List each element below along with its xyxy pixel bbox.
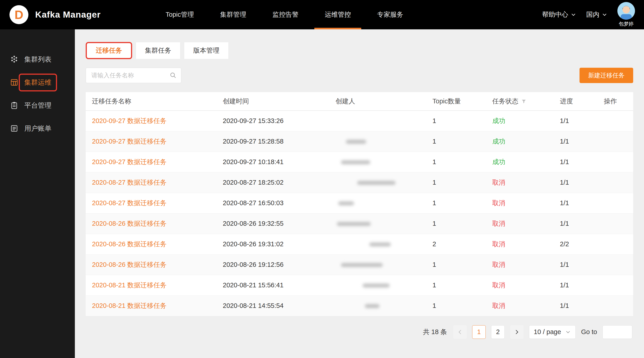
table-row: 2020-08-27 数据迁移任务 2020-08-27 16:50:03 1 … (86, 193, 633, 213)
task-name-link[interactable]: 2020-08-21 数据迁移任务 (86, 275, 216, 295)
status-text: 取消 (486, 193, 554, 213)
redacted-creator (341, 160, 370, 164)
task-name-link[interactable]: 2020-08-21 数据迁移任务 (86, 295, 216, 316)
sidebar-item-cluster-list[interactable]: 集群列表 (0, 48, 75, 71)
toolbar: 新建迁移任务 (86, 68, 633, 83)
created-time: 2020-08-21 14:55:54 (216, 295, 329, 316)
cluster-dots-icon (10, 55, 18, 64)
table-header-row: 迁移任务名称 创建时间 创建人 Topic数量 任务状态 进度 操作 (86, 92, 633, 111)
redacted-creator (337, 222, 371, 226)
task-name-link[interactable]: 2020-08-27 数据迁移任务 (86, 172, 216, 193)
topic-count: 1 (426, 295, 486, 316)
region-label: 国内 (586, 10, 599, 19)
page-button-1[interactable]: 1 (472, 325, 486, 339)
table-row: 2020-09-27 数据迁移任务 2020-09-27 10:18:41 1 … (86, 152, 633, 172)
progress-text: 2/2 (554, 234, 598, 254)
col-created-time: 创建时间 (216, 92, 329, 111)
status-text: 取消 (486, 275, 554, 295)
tab-cluster-tasks[interactable]: 集群任务 (136, 42, 180, 59)
search-icon[interactable] (170, 72, 177, 79)
status-text: 成功 (486, 131, 554, 152)
app-logo-icon: D (10, 5, 28, 24)
total-count-text: 共 18 条 (423, 327, 447, 336)
search-input[interactable] (86, 68, 181, 83)
progress-text: 1/1 (554, 295, 598, 316)
table-row: 2020-09-27 数据迁移任务 2020-09-27 15:28:58 1 … (86, 131, 633, 152)
sidebar-item-user-billing[interactable]: 用户账单 (0, 117, 75, 140)
sidebar-item-platform-management[interactable]: 平台管理 (0, 94, 75, 117)
redacted-creator (369, 242, 391, 246)
created-time: 2020-08-21 15:56:41 (216, 275, 329, 295)
creator-cell (329, 254, 426, 275)
prev-page-button[interactable] (453, 325, 467, 339)
sidebar-item-label: 用户账单 (24, 124, 52, 133)
nav-expert-service[interactable]: 专家服务 (364, 0, 416, 29)
header-right: 帮助中心 国内 包梦婷 (542, 2, 644, 27)
task-name-link[interactable]: 2020-08-26 数据迁移任务 (86, 254, 216, 275)
ops-cell (598, 213, 633, 234)
top-nav: Topic管理 集群管理 监控告警 运维管控 专家服务 (152, 0, 416, 29)
chevron-down-icon (565, 329, 571, 335)
redacted-creator (362, 283, 390, 287)
nav-topic-management[interactable]: Topic管理 (152, 0, 207, 29)
user-name: 包梦婷 (619, 21, 634, 27)
col-creator: 创建人 (329, 92, 426, 111)
tab-version-management[interactable]: 版本管理 (184, 42, 229, 59)
topic-count: 2 (426, 234, 486, 254)
help-center-menu[interactable]: 帮助中心 (542, 10, 576, 19)
goto-page-input[interactable] (602, 325, 632, 339)
chevron-down-icon (602, 12, 608, 18)
nav-cluster-management[interactable]: 集群管理 (207, 0, 259, 29)
next-page-button[interactable] (510, 325, 524, 339)
task-name-link[interactable]: 2020-08-26 数据迁移任务 (86, 234, 216, 254)
create-migration-task-button[interactable]: 新建迁移任务 (580, 68, 633, 83)
creator-cell (329, 213, 426, 234)
filter-icon[interactable] (521, 99, 526, 104)
page-size-select[interactable]: 10 / page (529, 325, 576, 339)
task-name-link[interactable]: 2020-09-27 数据迁移任务 (86, 152, 216, 172)
redacted-creator (346, 140, 366, 144)
ops-cell (598, 275, 633, 295)
created-time: 2020-09-27 15:33:26 (216, 111, 329, 131)
nav-monitor-alert[interactable]: 监控告警 (259, 0, 312, 29)
progress-text: 1/1 (554, 131, 598, 152)
page-button-2[interactable]: 2 (491, 325, 505, 339)
ops-cell (598, 131, 633, 152)
nav-ops-control[interactable]: 运维管控 (312, 0, 364, 29)
col-topic-count: Topic数量 (426, 92, 486, 111)
task-name-link[interactable]: 2020-08-27 数据迁移任务 (86, 193, 216, 213)
creator-cell (329, 295, 426, 316)
pagination: 共 18 条 1 2 10 / page Go to (86, 316, 633, 339)
created-time: 2020-08-26 19:32:55 (216, 213, 329, 234)
sidebar-item-label: 平台管理 (24, 101, 52, 110)
goto-label: Go to (581, 328, 597, 336)
user-menu[interactable]: 包梦婷 (618, 2, 635, 27)
chevron-down-icon (570, 12, 576, 18)
app-title: Kafka Manager (35, 10, 100, 20)
ops-cell (598, 234, 633, 254)
topic-count: 1 (426, 131, 486, 152)
chevron-left-icon (457, 329, 463, 335)
table-row: 2020-09-27 数据迁移任务 2020-09-27 15:33:26 1 … (86, 111, 633, 131)
region-selector[interactable]: 国内 (586, 10, 608, 19)
top-header: D Kafka Manager Topic管理 集群管理 监控告警 运维管控 专… (0, 0, 644, 29)
topic-count: 1 (426, 172, 486, 193)
task-name-link[interactable]: 2020-09-27 数据迁移任务 (86, 131, 216, 152)
tab-migration-tasks[interactable]: 迁移任务 (86, 42, 132, 59)
ops-cell (598, 111, 633, 131)
col-task-name: 迁移任务名称 (86, 92, 216, 111)
task-name-link[interactable]: 2020-08-26 数据迁移任务 (86, 213, 216, 234)
table-row: 2020-08-27 数据迁移任务 2020-08-27 18:25:02 1 … (86, 172, 633, 193)
task-name-link[interactable]: 2020-09-27 数据迁移任务 (86, 111, 216, 131)
progress-text: 1/1 (554, 111, 598, 131)
progress-text: 1/1 (554, 193, 598, 213)
status-text: 取消 (486, 213, 554, 234)
topic-count: 1 (426, 213, 486, 234)
created-time: 2020-08-26 19:12:56 (216, 254, 329, 275)
progress-text: 1/1 (554, 213, 598, 234)
ops-cell (598, 152, 633, 172)
table-row: 2020-08-21 数据迁移任务 2020-08-21 15:56:41 1 … (86, 275, 633, 295)
sidebar-item-cluster-ops[interactable]: 集群运维 (0, 71, 75, 94)
ops-cell (598, 172, 633, 193)
sidebar: 集群列表 集群运维 平台管理 (0, 29, 75, 358)
